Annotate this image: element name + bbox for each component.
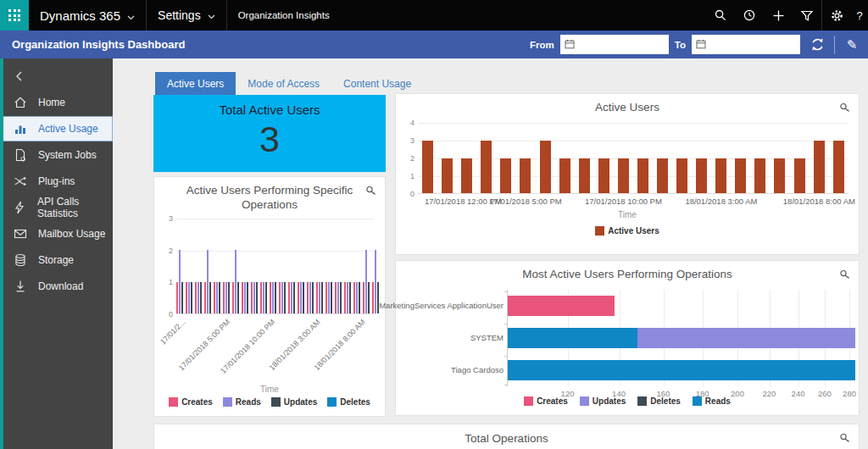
zoom-chart-icon[interactable] [839,432,850,447]
operations-bar-reads [300,282,302,313]
active-users-bar[interactable] [618,158,629,194]
hbar-segment-reads[interactable] [508,360,855,380]
operations-legend-item: Creates [169,397,213,407]
zoom-chart-icon[interactable] [365,185,376,200]
sidebar-item-plug-ins[interactable]: Plug-ins [0,169,113,194]
brand-menu[interactable]: Dynamics 365 [29,0,147,30]
operations-bar-group[interactable] [260,219,270,313]
active-users-bar[interactable] [774,158,785,194]
active-users-bar[interactable] [735,158,746,194]
active-users-bar[interactable] [754,158,765,194]
sidebar-item-system-jobs[interactable]: System Jobs [0,142,113,168]
operations-bar-group[interactable] [270,219,279,313]
legend-swatch [595,226,604,236]
area-menu[interactable]: Settings [147,0,227,30]
zoom-chart-icon[interactable] [839,269,850,284]
add-icon[interactable] [764,0,793,30]
chart-title: Most Active Users Performing Operations [396,268,859,280]
operations-bar-group[interactable] [186,219,195,313]
active-users-bar[interactable] [520,158,531,194]
active-users-bar[interactable] [794,158,805,194]
most-active-legend-item: Reads [693,396,731,406]
legend-swatch [271,397,281,407]
operations-bar-group[interactable] [223,219,232,313]
legend-label: Deletes [340,397,370,407]
app-launcher-icon[interactable] [0,0,29,30]
storage-icon [13,253,27,268]
row-tick [504,291,508,292]
sidebar-item-home[interactable]: Home [0,90,113,115]
active-users-bar[interactable] [559,158,570,194]
calendar-icon [565,37,575,53]
operations-bar-group[interactable] [242,219,251,313]
active-users-bar[interactable] [637,158,648,194]
active-users-bar[interactable] [598,158,609,194]
active-users-bar[interactable] [833,141,844,193]
edit-pencil-icon[interactable]: ✎ [841,34,863,56]
sidebar-item-download[interactable]: Download [0,274,113,299]
operations-bar-updates [303,282,304,313]
history-icon[interactable] [735,0,764,30]
sidebar-item-active-usage[interactable]: Active Usage [0,116,113,141]
operations-bar-group[interactable] [195,219,204,313]
operations-bar-group[interactable] [204,219,214,313]
filter-icon[interactable] [793,0,821,30]
sidebar-collapse-button[interactable] [0,64,113,89]
active-users-bar[interactable] [657,158,668,194]
operations-bar-group[interactable] [176,219,186,313]
operations-bar-group[interactable] [279,219,288,313]
sidebar-item-mailbox-usage[interactable]: Mailbox Usage [0,221,113,247]
operations-bar-updates [340,282,342,313]
settings-gear-icon[interactable] [822,0,851,30]
tab-active-users[interactable]: Active Users [155,72,236,95]
active-users-bar[interactable] [696,158,707,194]
most-active-legend-item: Updates [580,396,626,406]
legend-swatch [169,397,178,407]
from-date-input[interactable] [560,35,669,54]
operations-bar-creates [214,282,215,313]
sidebar-item-storage[interactable]: Storage [0,247,113,273]
operations-bar-group[interactable] [363,219,372,313]
operations-bar-group[interactable] [353,219,363,313]
operations-bar-group[interactable] [316,219,326,313]
refresh-icon[interactable] [806,34,828,56]
tab-mode-of-access[interactable]: Mode of Access [236,72,331,95]
active-users-bar[interactable] [540,141,551,193]
active-users-bar[interactable] [579,158,590,194]
active-users-bar[interactable] [715,158,726,194]
legend-swatch [327,397,337,407]
dashboard-content: Active UsersMode of AccessContent Usage … [113,58,868,449]
operations-bar-group[interactable] [372,219,381,313]
sidebar-item-api-calls-statistics[interactable]: API Calls Statistics [0,195,113,220]
to-date-input[interactable] [692,35,800,54]
x-tick-label: 17/01/2... [159,318,187,346]
x-tick-label: 17/01/2018 5:00 PM [489,197,562,206]
legend-label: Creates [181,397,213,407]
hbar-segment-reads[interactable] [508,328,637,348]
operations-bar-group[interactable] [335,219,344,313]
active-users-bar[interactable] [676,158,687,194]
help-icon[interactable]: ? [851,0,868,30]
active-users-bar[interactable] [481,141,492,193]
zoom-chart-icon[interactable] [839,102,850,117]
hbar-segment-updates[interactable] [637,328,855,348]
tab-content-usage[interactable]: Content Usage [331,72,423,95]
operations-bar-group[interactable] [298,219,307,313]
x-tick-label: 18/01/2018 8:00 AM [783,197,855,206]
hbar-segment-creates[interactable] [508,296,615,316]
active-users-bar[interactable] [814,141,825,193]
operations-bar-group[interactable] [326,219,335,313]
operations-bar-group[interactable] [232,219,242,313]
operations-bar-group[interactable] [288,219,298,313]
active-users-bar[interactable] [422,141,433,193]
operations-plot-area: 3210 [176,219,374,314]
operations-bar-group[interactable] [251,219,260,313]
command-divider [834,36,835,54]
operations-bar-group[interactable] [214,219,223,313]
active-users-bar[interactable] [461,158,472,194]
active-users-bar[interactable] [500,158,511,194]
active-users-bar[interactable] [442,158,453,194]
operations-bar-group[interactable] [307,219,316,313]
search-icon[interactable] [706,0,735,30]
operations-bar-group[interactable] [344,219,353,313]
